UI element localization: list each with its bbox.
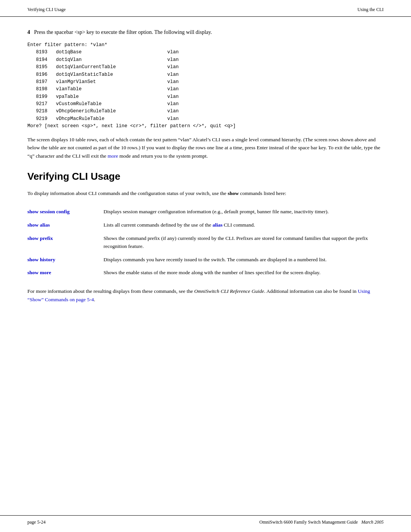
show-bold: show (228, 190, 239, 196)
section-title: Verifying CLI Usage (27, 171, 384, 182)
cmd-desc-show-more: Shows the enable status of the more mode… (104, 266, 384, 280)
step4-intro: 4 Press the spacebar <sp> key to execute… (27, 28, 384, 36)
cmd-desc-show-session-config: Displays session manager configuration i… (104, 205, 384, 219)
header-left: Verifying CLI Usage (27, 7, 66, 13)
more-link[interactable]: more (108, 153, 118, 159)
table-row: show more Shows the enable status of the… (27, 266, 384, 280)
section-intro: To display information about CLI command… (27, 189, 384, 198)
page-header: Verifying CLI Usage Using the CLI (0, 0, 411, 17)
table-row: show session config Displays session man… (27, 205, 384, 219)
cmd-desc-show-history: Displays commands you have recently issu… (104, 253, 384, 267)
main-content: 4 Press the spacebar <sp> key to execute… (0, 17, 411, 515)
note-italic: OmniSwitch CLI Reference Guide (194, 288, 264, 294)
cmd-show-history[interactable]: show history (27, 257, 55, 262)
cmd-show-session-config[interactable]: show session config (27, 209, 70, 214)
note-paragraph: For more information about the resulting… (27, 287, 384, 304)
page-footer: page 5-24 OmniSwitch 6600 Family Switch … (0, 515, 411, 532)
table-row: show prefix Shows the command prefix (if… (27, 232, 384, 253)
page-container: Verifying CLI Usage Using the CLI 4 Pres… (0, 0, 411, 532)
cmd-show-more[interactable]: show more (27, 270, 51, 275)
cmd-desc-show-alias: Lists all current commands defined by th… (104, 219, 384, 232)
cmd-show-prefix[interactable]: show prefix (27, 235, 53, 241)
table-row: show history Displays commands you have … (27, 253, 384, 267)
header-right: Using the CLI (357, 7, 384, 13)
footer-center: OmniSwitch 6600 Family Switch Management… (259, 519, 384, 525)
alias-link[interactable]: alias (212, 222, 222, 228)
command-table: show session config Displays session man… (27, 205, 384, 280)
cmd-show-alias[interactable]: show alias (27, 222, 50, 228)
footer-left: page 5-24 (27, 519, 46, 525)
body-paragraph: The screen displays 10 table rows, each … (27, 136, 384, 160)
code-block: Enter filter pattern: *vlan* 8193 dot1qB… (27, 42, 384, 130)
step-number: 4 (27, 29, 30, 35)
cmd-desc-show-prefix: Shows the command prefix (if any) curren… (104, 232, 384, 253)
table-row: show alias Lists all current commands de… (27, 219, 384, 232)
step4-text: Press the spacebar <sp> key to execute t… (32, 29, 212, 35)
